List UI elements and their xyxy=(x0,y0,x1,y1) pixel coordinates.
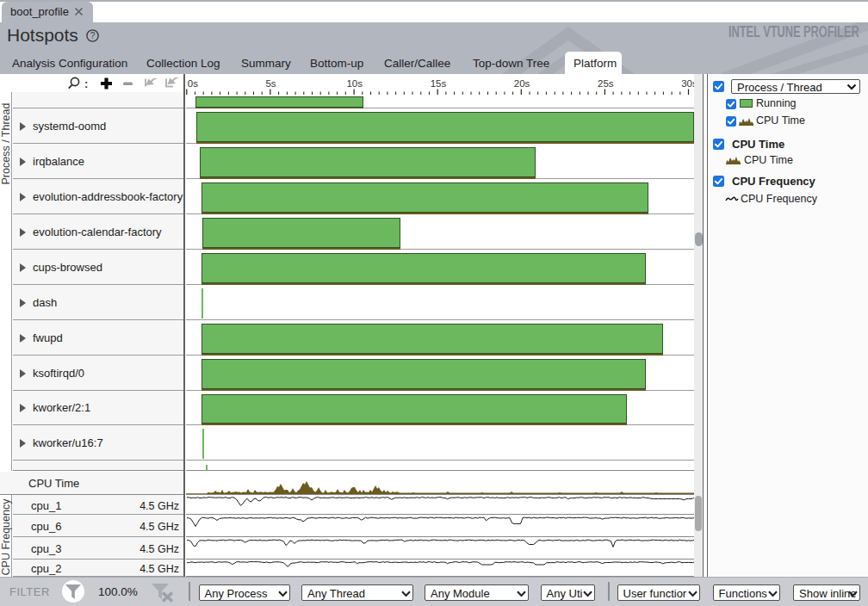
svg-text:5s: 5s xyxy=(265,78,276,89)
svg-text:10s: 10s xyxy=(346,78,363,89)
svg-text:0s: 0s xyxy=(188,78,198,89)
svg-text:25s: 25s xyxy=(598,78,614,89)
svg-text:15s: 15s xyxy=(431,78,447,89)
svg-text:30s: 30s xyxy=(681,78,694,89)
svg-text:20s: 20s xyxy=(514,78,530,89)
